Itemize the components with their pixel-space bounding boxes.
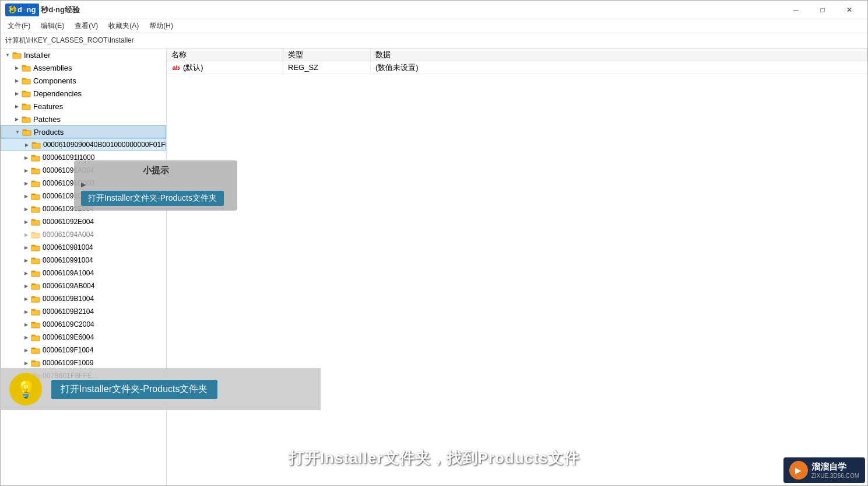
tree-item-dependencies[interactable]: Dependencies [1, 87, 166, 100]
tooltip-action-btn[interactable]: 打开Installer文件夹-Products文件夹 [81, 191, 224, 206]
folder-icon-features [22, 102, 31, 111]
toggle-prod16[interactable] [22, 333, 31, 342]
cell-data-default: (数值未设置) [371, 61, 867, 74]
tip-overlay: 💡 打开Installer文件夹-Products文件夹 [0, 368, 321, 410]
toggle-prod4[interactable] [22, 179, 31, 188]
folder-icon-prod17 [31, 345, 40, 355]
registry-editor-window: 秒d·ng 秒d·ng经验 ─ □ ✕ 文件(F) 编辑(E) 查看(V) 收藏… [0, 0, 868, 486]
tree-label-assemblies: Assemblies [33, 64, 72, 72]
tree-item-products[interactable]: Products [1, 125, 166, 138]
maximize-button[interactable]: □ [809, 1, 836, 19]
folder-icon-prod8 [31, 230, 40, 239]
tree-label-prod18: 00006109F1009 [43, 359, 93, 367]
toggle-patches[interactable] [12, 114, 22, 124]
watermark-sub: ZIXUE.3D66.COM [811, 473, 859, 479]
toggle-prod11[interactable] [22, 268, 31, 278]
toggle-prod12[interactable] [22, 281, 31, 291]
toggle-prod3[interactable] [22, 166, 31, 175]
toggle-prod6[interactable] [22, 204, 31, 214]
toggle-dependencies[interactable] [12, 89, 22, 98]
col-header-type: 类型 [283, 48, 371, 61]
tree-panel[interactable]: Installer Assemblies [1, 48, 167, 485]
tree-label-prod17: 00006109F1004 [43, 346, 93, 354]
tree-label-prod10: 0000610991004 [43, 256, 93, 264]
toggle-prod13[interactable] [22, 294, 31, 303]
address-bar: 计算机\HKEY_CLASSES_ROOT\Installer [1, 33, 867, 48]
watermark-text: 溜溜自学 ZIXUE.3D66.COM [811, 461, 859, 479]
folder-icon-prod18 [31, 358, 40, 368]
tree-item-prod1[interactable]: 00006109090040B001000000000F01FEC [1, 138, 166, 151]
tree-label-prod1: 00006109090040B001000000000F01FEC [43, 141, 167, 149]
menu-help[interactable]: 帮助(H) [145, 20, 178, 32]
tooltip-box: 小提示 ▶ 打开Installer文件夹-Products文件夹 [74, 160, 237, 211]
tree-label-products: Products [34, 128, 64, 137]
window-controls: ─ □ ✕ [782, 1, 863, 19]
tree-item-prod12[interactable]: 00006109AB004 [1, 279, 166, 292]
table-row-default[interactable]: ab (默认) REG_SZ (数值未设置) [167, 61, 867, 74]
menu-view[interactable]: 查看(V) [70, 20, 103, 32]
folder-icon-prod9 [31, 243, 40, 252]
toggle-assemblies[interactable] [12, 63, 22, 72]
tree-label-prod14: 00006109B2104 [43, 307, 94, 316]
tree-item-prod7[interactable]: 000061092E004 [1, 215, 166, 228]
tree-item-prod17[interactable]: 00006109F1004 [1, 344, 166, 356]
tree-label-features: Features [33, 102, 63, 111]
folder-icon-prod12 [31, 281, 40, 291]
tip-action-label[interactable]: 打开Installer文件夹-Products文件夹 [51, 380, 217, 399]
toggle-prod8[interactable] [22, 230, 31, 239]
tree-label-components: Components [33, 76, 76, 85]
tree-item-prod9[interactable]: 0000610981004 [1, 241, 166, 254]
toggle-prod1[interactable] [22, 140, 31, 149]
tree-item-patches[interactable]: Patches [1, 113, 166, 125]
tree-item-installer[interactable]: Installer [1, 48, 166, 61]
folder-icon-prod4 [31, 179, 40, 188]
tree-label-installer: Installer [24, 51, 51, 60]
tree-item-prod13[interactable]: 00006109B1004 [1, 292, 166, 305]
lightbulb-icon: 💡 [9, 373, 42, 405]
menu-bar: 文件(F) 编辑(E) 查看(V) 收藏夹(A) 帮助(H) [1, 19, 867, 33]
address-path: 计算机\HKEY_CLASSES_ROOT\Installer [5, 36, 134, 46]
tree-item-prod18[interactable]: 00006109F1009 [1, 356, 166, 369]
toggle-installer[interactable] [3, 50, 12, 60]
folder-icon-prod11 [31, 268, 40, 278]
toggle-prod14[interactable] [22, 307, 31, 316]
tree-label-prod7: 000061092E004 [43, 218, 94, 226]
folder-icon-prod2 [31, 153, 40, 162]
minimize-button[interactable]: ─ [782, 1, 809, 19]
toggle-prod7[interactable] [22, 217, 31, 226]
tree-item-components[interactable]: Components [1, 74, 166, 87]
toggle-prod10[interactable] [22, 256, 31, 265]
toggle-prod15[interactable] [22, 320, 31, 329]
tree-item-prod8[interactable]: 000061094A004 [1, 228, 166, 241]
tooltip-arrow: ▶ [81, 181, 230, 188]
close-button[interactable]: ✕ [836, 1, 863, 19]
watermark-main: 溜溜自学 [811, 461, 859, 473]
tree-item-prod11[interactable]: 00006109A1004 [1, 267, 166, 279]
toggle-prod18[interactable] [22, 358, 31, 368]
folder-icon-prod10 [31, 256, 40, 265]
tree-item-prod14[interactable]: 00006109B2104 [1, 305, 166, 318]
toggle-components[interactable] [12, 76, 22, 85]
folder-icon-prod16 [31, 333, 40, 342]
col-header-name: 名称 [167, 48, 283, 61]
tree-item-assemblies[interactable]: Assemblies [1, 61, 166, 74]
tree-item-features[interactable]: Features [1, 100, 166, 113]
toggle-prod5[interactable] [22, 191, 31, 201]
tree-item-prod16[interactable]: 00006109E6004 [1, 331, 166, 344]
watermark: ▶ 溜溜自学 ZIXUE.3D66.COM [783, 457, 865, 483]
toggle-prod9[interactable] [22, 243, 31, 252]
toggle-features[interactable] [12, 102, 22, 111]
menu-favorites[interactable]: 收藏夹(A) [104, 20, 143, 32]
menu-file[interactable]: 文件(F) [3, 20, 35, 32]
toggle-products[interactable] [13, 127, 22, 137]
tree-item-prod10[interactable]: 0000610991004 [1, 254, 166, 267]
toggle-prod2[interactable] [22, 153, 31, 162]
col-header-data: 数据 [371, 48, 867, 61]
tree-item-prod15[interactable]: 00006109C2004 [1, 318, 166, 331]
menu-edit[interactable]: 编辑(E) [36, 20, 69, 32]
logo-text: 秒d·ng经验 [41, 5, 79, 15]
cell-type-default: REG_SZ [283, 61, 371, 74]
folder-icon-dependencies [22, 89, 31, 98]
folder-icon-assemblies [22, 63, 31, 72]
toggle-prod17[interactable] [22, 345, 31, 355]
